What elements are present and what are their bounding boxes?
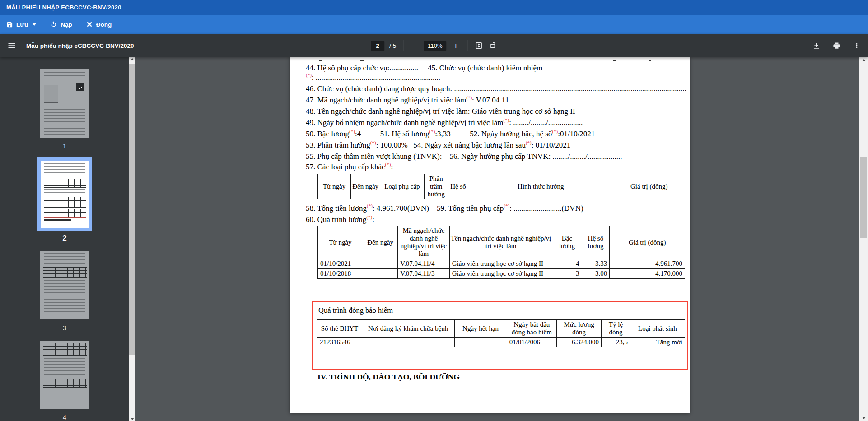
table-cell: 4 <box>552 259 582 269</box>
text-segment: 57. Các loại phụ cấp khác <box>306 162 385 171</box>
table-cell: 3.00 <box>582 269 610 279</box>
more-options-icon[interactable] <box>853 42 861 50</box>
required-asterisk: (*) <box>466 96 472 100</box>
required-asterisk: (*) <box>370 141 376 145</box>
column-header: Đến ngày <box>363 226 397 259</box>
sidebar-scroll-up-icon[interactable] <box>129 58 135 60</box>
sidebar-scroll-down-icon[interactable] <box>129 418 135 420</box>
download-icon[interactable] <box>812 42 821 50</box>
pdf-viewer-area: 44. Hệ số phụ cấp chức vụ:..............… <box>135 57 859 421</box>
text-segment: 60. Quá trình lương <box>306 215 366 224</box>
thumb-text-lines <box>44 163 84 176</box>
text-segment: :4 51. Hệ số lương <box>355 130 429 138</box>
page-thumbnail-4[interactable] <box>40 341 89 409</box>
text-segment: : <box>391 162 393 171</box>
text-segment: :01/10/2021 <box>558 130 595 138</box>
column-header: Loại phát sinh <box>630 320 685 338</box>
close-button[interactable]: Đóng <box>86 21 112 28</box>
main-scroll-up-icon[interactable] <box>859 59 868 61</box>
text-segment: : .........................(ĐVN) <box>509 204 583 213</box>
table-cell: V.07.04.11/3 <box>398 269 450 279</box>
reload-button-label: Nạp <box>61 21 72 28</box>
column-header: Từ ngày <box>318 226 363 259</box>
form-line-50-51-52: 50. Bậc lương(*):4 51. Hệ số lương(*):3,… <box>306 130 687 139</box>
save-button[interactable]: Lưu <box>6 21 37 28</box>
form-line-58-59: 58. Tổng tiền lương(*): 4.961.700(ĐVN) 5… <box>306 204 687 213</box>
zoom-in-button[interactable]: + <box>452 42 460 50</box>
close-button-label: Đóng <box>96 21 112 28</box>
text-segment: 55. Phụ cấp thâm niên vượt khung (TNVK):… <box>306 152 622 161</box>
print-icon[interactable] <box>832 42 841 50</box>
table-cell: 3.33 <box>582 259 610 269</box>
table-cell: Giáo viên trung học cơ sở hạng II <box>449 269 552 279</box>
page-thumbnail-1[interactable] <box>40 69 89 138</box>
main-scrollbar[interactable] <box>859 57 868 421</box>
table-row: 01/10/2021V.07.04.11/4Giáo viên trung họ… <box>318 259 685 269</box>
column-header: Hệ số <box>448 174 468 199</box>
close-icon <box>86 21 93 28</box>
rotate-icon[interactable] <box>488 41 497 50</box>
zoom-out-button[interactable]: − <box>410 42 419 50</box>
thumbnail-label-2[interactable]: 2 <box>40 234 89 243</box>
sidebar-scrollbar-thumb[interactable] <box>129 64 135 355</box>
thumbnail-label-1[interactable]: 1 <box>40 142 89 150</box>
text-segment: : ......../......../.................. <box>509 118 583 127</box>
salary-history-table: Từ ngàyĐến ngàyMã ngạch/chức danh nghề n… <box>317 226 685 279</box>
column-header: Loại phụ cấp <box>380 174 425 199</box>
section-iv-heading: IV. TRÌNH ĐỘ, ĐÀO TẠO, BỒI DƯỠNG <box>317 372 460 382</box>
main-scrollbar-thumb[interactable] <box>860 157 867 238</box>
thumb-mini-table <box>43 267 87 278</box>
required-asterisk: (*) <box>429 130 435 134</box>
page-zoom-controls: 2 / 5 − 110% + <box>371 34 497 57</box>
main-scroll-down-icon[interactable] <box>859 417 868 419</box>
text-segment: 48. Tên ngạch/chức danh nghề nghiệp/vị t… <box>306 107 575 116</box>
text-segment: 47. Mã ngạch/chức danh nghề nghiệp/vị tr… <box>306 96 466 104</box>
save-button-label: Lưu <box>16 21 28 28</box>
table-row: 01/10/2018V.07.04.11/3Giáo viên trung họ… <box>318 269 685 279</box>
column-header: Ngày bắt đầu đóng bảo hiểm <box>507 320 556 338</box>
thumbnail-label-4[interactable]: 4 <box>40 413 89 421</box>
table-cell: 01/10/2018 <box>318 269 363 279</box>
insurance-table-wrap: Số thẻ BHYTNơi đăng ký khám chữa bệnhNgà… <box>317 319 685 347</box>
required-asterisk: (*) <box>385 162 391 167</box>
menu-icon[interactable] <box>7 41 16 50</box>
table-cell <box>362 338 454 347</box>
text-segment: 58. Tổng tiền lương <box>306 204 367 213</box>
table-cell: 4.961.700 <box>610 259 685 269</box>
toolbar-right-actions <box>812 34 861 57</box>
thumb-mini-table <box>44 179 86 188</box>
clipped-previous-line <box>306 57 681 62</box>
column-header: Ngày hết hạn <box>454 320 507 338</box>
thumbnail-content <box>40 341 89 409</box>
form-line-45-continued: (*): ...................................… <box>306 73 687 82</box>
column-header: Giá trị (đồng) <box>610 226 685 259</box>
fit-to-page-button[interactable] <box>474 41 483 50</box>
text-segment: : 01/10/2021 <box>532 141 570 149</box>
insurance-highlight-box: Quá trình đóng bảo hiểm Số thẻ BHYTNơi đ… <box>312 301 688 370</box>
form-line-47: 47. Mã ngạch/chức danh nghề nghiệp/vị tr… <box>306 96 687 105</box>
thumb-mini-table <box>44 197 86 208</box>
page-thumbnail-2-selected[interactable] <box>37 157 92 231</box>
text-segment: : 4.961.700(ĐVN) 59. Tổng tiền phụ cấp <box>373 204 504 213</box>
application-window: MẪU PHIẾU NHẬP ECBCCVC-BNV/2020 Lưu Nạp … <box>0 0 868 421</box>
thumbnail-content <box>40 69 89 138</box>
thumb-mini-table <box>43 379 87 388</box>
thumbnail-label-3[interactable]: 3 <box>40 324 89 332</box>
page-number-input[interactable]: 2 <box>371 41 384 51</box>
table-cell: 01/01/2006 <box>507 338 556 347</box>
form-line-53-54: 53. Phần trăm hưởng(*): 100,00% 54. Ngày… <box>306 141 687 150</box>
required-asterisk: (*) <box>366 215 372 220</box>
column-header: Mức lương đóng <box>557 320 602 338</box>
table-cell: 23,5 <box>602 338 630 347</box>
sidebar-scrollbar[interactable] <box>129 57 135 421</box>
insurance-section-title: Quá trình đóng bảo hiểm <box>318 306 393 315</box>
thumb-text-lines <box>44 358 85 376</box>
reload-button[interactable]: Nạp <box>50 21 72 28</box>
table-cell: Giáo viên trung học cơ sở hạng II <box>449 259 552 269</box>
table-cell: 212316546 <box>317 338 362 347</box>
column-header: Mã ngạch/chức danh nghề nghiệp/vị trí vi… <box>398 226 450 259</box>
page-thumbnail-3[interactable] <box>40 251 89 319</box>
form-line-57: 57. Các loại phụ cấp khác(*): <box>306 162 687 171</box>
column-header: Hình thức hưởng <box>468 174 613 199</box>
allowance-table-wrap: Từ ngàyĐến ngàyLoại phụ cấpPhần trăm hưở… <box>317 174 685 199</box>
